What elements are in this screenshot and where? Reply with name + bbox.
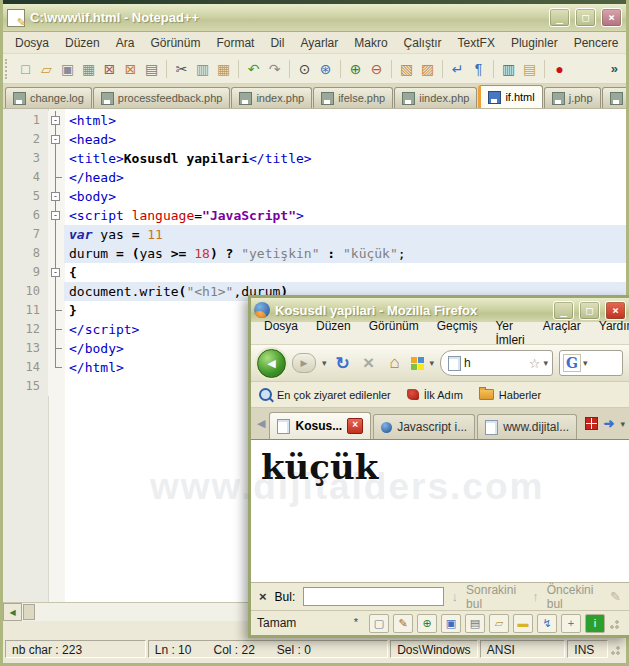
doc-tab-if-html[interactable]: if.html: [478, 85, 542, 108]
doc-tab-index-php[interactable]: index.php: [231, 87, 312, 108]
bookmark-star-icon[interactable]: ☆: [529, 356, 541, 371]
fold-collapse-icon[interactable]: -: [51, 211, 60, 220]
save-icon[interactable]: ▣: [58, 59, 77, 78]
find-prev-icon[interactable]: ↑: [532, 589, 539, 604]
open-folder-icon[interactable]: ▱: [37, 59, 56, 78]
menu-item-al-t-r[interactable]: Çalıştır: [396, 34, 450, 52]
print-icon[interactable]: ▤: [142, 59, 161, 78]
scrollbar-thumb[interactable]: [23, 604, 35, 620]
browser-tab-javascript-i[interactable]: Javascript i...: [373, 414, 475, 439]
redo-icon[interactable]: ↷: [265, 59, 284, 78]
notepad-titlebar[interactable]: C:\www\if.html - Notepad++ _ □ ×: [3, 4, 626, 32]
find-icon[interactable]: ⊙: [295, 59, 314, 78]
address-dropdown-icon[interactable]: ▾: [543, 358, 548, 368]
menu-item-ayarlar[interactable]: Ayarlar: [292, 34, 346, 52]
lightning-icon[interactable]: ↯: [537, 614, 557, 633]
find-input[interactable]: [303, 587, 443, 606]
resize-grip[interactable]: [610, 642, 624, 656]
menu-item-pencere[interactable]: Pencere: [566, 34, 627, 52]
zoom-in-icon[interactable]: ⊕: [346, 59, 365, 78]
code-line[interactable]: 2-<head>: [3, 130, 626, 149]
doc-tab-iindex-php[interactable]: iindex.php: [394, 87, 477, 108]
browser-tab-kosus[interactable]: Kosus...×: [269, 412, 371, 439]
list-all-tabs-icon[interactable]: [585, 417, 598, 430]
cut-icon[interactable]: ✂: [172, 59, 191, 78]
clipboard-icon[interactable]: ▱: [489, 614, 509, 633]
close-button[interactable]: ×: [601, 8, 622, 27]
copy-icon[interactable]: ▥: [193, 59, 212, 78]
code-line[interactable]: 6-<script language="JavaScript">: [3, 206, 626, 225]
code-line[interactable]: 5-<body>: [3, 187, 626, 206]
fold-collapse-icon[interactable]: -: [51, 268, 60, 277]
bug-icon[interactable]: *: [347, 614, 365, 631]
function-list-icon[interactable]: ▤: [520, 59, 539, 78]
toolbar-overflow-chevron[interactable]: »: [611, 61, 622, 76]
new-page-icon[interactable]: ▢: [369, 614, 389, 633]
code-line[interactable]: 9-{: [3, 263, 626, 282]
search-input[interactable]: [590, 354, 620, 372]
browser-tab-www-dijital[interactable]: www.dijital...: [477, 414, 577, 439]
home-button[interactable]: ⌂: [385, 353, 405, 373]
fold-collapse-icon[interactable]: -: [51, 192, 60, 201]
tabs-dropdown-icon[interactable]: ▾: [620, 419, 625, 429]
fullscreen-icon[interactable]: ▨: [418, 59, 437, 78]
menu-item-ara[interactable]: Ara: [108, 34, 143, 52]
maximize-button[interactable]: □: [575, 8, 596, 27]
info-icon[interactable]: i: [585, 614, 605, 633]
new-file-icon[interactable]: □: [16, 59, 35, 78]
paste-icon[interactable]: ▦: [214, 59, 233, 78]
bookmark-i-lk-ad-m[interactable]: İlk Adım: [407, 388, 463, 401]
code-line[interactable]: 1-<html>: [3, 111, 626, 130]
find-next-icon[interactable]: ↓: [452, 589, 459, 604]
bookmark-haberler[interactable]: Haberler: [479, 388, 541, 401]
close-all-icon[interactable]: ⊠: [121, 59, 140, 78]
close-doc-icon[interactable]: ⊠: [100, 59, 119, 78]
history-dropdown-icon[interactable]: ▾: [322, 358, 327, 368]
globe-icon[interactable]: ⊕: [417, 614, 437, 633]
note-icon[interactable]: ▬: [513, 614, 533, 633]
toolbar-grip[interactable]: [5, 59, 11, 79]
undo-icon[interactable]: ↶: [244, 59, 263, 78]
scroll-left-arrow[interactable]: ◀: [3, 603, 22, 621]
find-prev-button[interactable]: Öncekini bul: [547, 583, 602, 611]
menu-item-makro[interactable]: Makro: [346, 34, 395, 52]
word-wrap-icon[interactable]: ↵: [448, 59, 467, 78]
back-button[interactable]: ◀: [257, 349, 286, 378]
menu-item-g-r-n-m[interactable]: Görünüm: [142, 34, 208, 52]
code-line[interactable]: 8durum = (yas >= 18) ? "yetişkin" : "küç…: [3, 244, 626, 263]
forward-button[interactable]: ▶: [292, 353, 316, 373]
tab-close-button[interactable]: ×: [347, 418, 363, 434]
grid-dropdown-icon[interactable]: ▾: [430, 358, 435, 368]
code-line[interactable]: 7var yas = 11: [3, 225, 626, 244]
findbar-close-icon[interactable]: ×: [259, 589, 267, 604]
menu-item-textfx[interactable]: TextFX: [450, 34, 503, 52]
menu-item-pluginler[interactable]: Pluginler: [503, 34, 566, 52]
ff-resize-grip[interactable]: [609, 616, 623, 630]
address-input[interactable]: h: [464, 356, 526, 370]
restore-window-icon[interactable]: ▧: [397, 59, 416, 78]
show-symbol-icon[interactable]: ¶: [469, 59, 488, 78]
doc-tab-j-php[interactable]: j.php: [544, 87, 601, 108]
quick-launch-grid-icon[interactable]: [411, 357, 424, 370]
doc-tab-ifelse-php[interactable]: ifelse.php: [313, 87, 393, 108]
minimize-button[interactable]: _: [549, 8, 570, 27]
menu-item-dil[interactable]: Dil: [262, 34, 292, 52]
page-content[interactable]: küçük: [251, 440, 629, 582]
print-icon[interactable]: ▤: [465, 614, 485, 633]
search-engine-dropdown-icon[interactable]: ▾: [583, 358, 588, 368]
replace-icon[interactable]: ⊛: [316, 59, 335, 78]
bookmark-en-ok-ziyaret-edilenler[interactable]: En çok ziyaret edilenler: [259, 388, 391, 401]
edit-icon[interactable]: ✎: [393, 614, 413, 633]
doc-tab-processfeedback-php[interactable]: processfeedback.php: [93, 87, 231, 108]
record-macro-icon[interactable]: ●: [550, 59, 569, 78]
doc-tab-i[interactable]: i: [602, 87, 626, 108]
menu-item-d-zen[interactable]: Düzen: [57, 34, 108, 52]
tab-scroll-left-icon[interactable]: ◀: [253, 417, 269, 430]
google-search-icon[interactable]: G: [563, 354, 581, 372]
code-line[interactable]: 4</head>: [3, 168, 626, 187]
address-bar[interactable]: h ☆ ▾: [440, 350, 553, 376]
menu-item-dosya[interactable]: Dosya: [7, 34, 57, 52]
fold-collapse-icon[interactable]: -: [51, 116, 60, 125]
zoom-out-icon[interactable]: ⊖: [367, 59, 386, 78]
save-all-icon[interactable]: ▦: [79, 59, 98, 78]
